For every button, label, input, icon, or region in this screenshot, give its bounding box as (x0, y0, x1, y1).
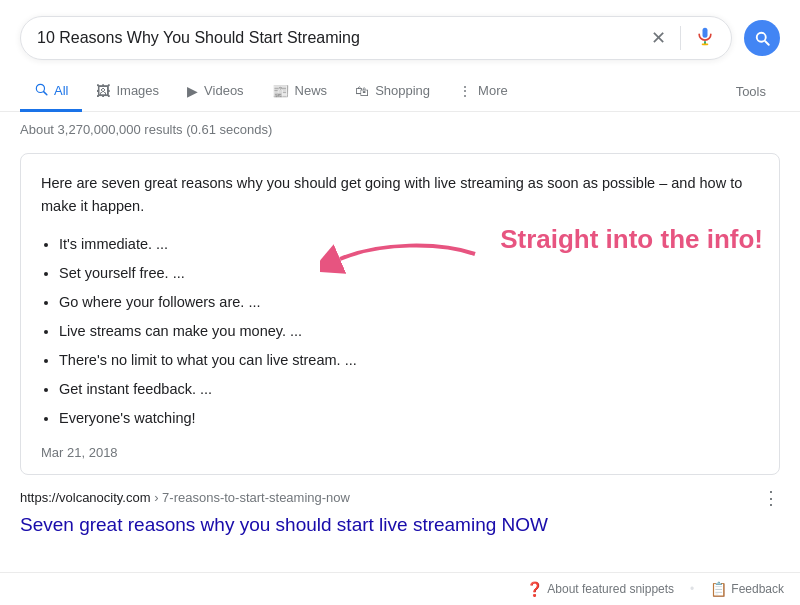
results-area: About 3,270,000,000 results (0.61 second… (0, 112, 800, 560)
featured-snippets-link[interactable]: ❓ About featured snippets (526, 581, 674, 597)
tab-videos-label: Videos (204, 83, 244, 98)
list-item: There's no limit to what you can live st… (59, 346, 759, 375)
feedback-link[interactable]: 📋 Feedback (710, 581, 784, 597)
source-domain: https://volcanocity.com (20, 490, 151, 505)
arrow-icon (320, 234, 480, 284)
tab-news[interactable]: 📰 News (258, 73, 342, 112)
tab-shopping-label: Shopping (375, 83, 430, 98)
videos-icon: ▶ (187, 83, 198, 99)
results-count: About 3,270,000,000 results (0.61 second… (20, 122, 780, 137)
all-icon (34, 82, 48, 99)
source-url: https://volcanocity.com › 7-reasons-to-s… (20, 490, 762, 505)
featured-snippet: Here are seven great reasons why you sho… (20, 153, 780, 475)
tab-images-label: Images (116, 83, 159, 98)
news-icon: 📰 (272, 83, 289, 99)
tab-tools[interactable]: Tools (722, 74, 780, 109)
result-title[interactable]: Seven great reasons why you should start… (20, 513, 780, 538)
annotation-text: Straight into the info! (500, 224, 763, 255)
tab-more-label: More (478, 83, 508, 98)
feedback-icon: 📋 (710, 581, 727, 597)
tab-all[interactable]: All (20, 72, 82, 112)
tab-more[interactable]: ⋮ More (444, 73, 522, 112)
search-query-text: 10 Reasons Why You Should Start Streamin… (37, 29, 651, 47)
bottom-bar: ❓ About featured snippets • 📋 Feedback (0, 572, 800, 605)
snippet-intro: Here are seven great reasons why you sho… (41, 172, 759, 218)
feedback-label: Feedback (731, 582, 784, 596)
help-icon: ❓ (526, 581, 543, 597)
source-path: › 7-reasons-to-start-steaming-now (154, 490, 350, 505)
tab-videos[interactable]: ▶ Videos (173, 73, 258, 112)
tab-news-label: News (295, 83, 328, 98)
search-button[interactable] (744, 20, 780, 56)
search-bar-container: 10 Reasons Why You Should Start Streamin… (0, 0, 800, 72)
images-icon: 🖼 (96, 83, 110, 99)
annotation: Straight into the info! (500, 224, 763, 255)
separator: • (690, 582, 694, 596)
more-icon: ⋮ (458, 83, 472, 99)
list-item: Go where your followers are. ... (59, 288, 759, 317)
tab-shopping[interactable]: 🛍 Shopping (341, 73, 444, 112)
tab-all-label: All (54, 83, 68, 98)
shopping-icon: 🛍 (355, 83, 369, 99)
tab-images[interactable]: 🖼 Images (82, 73, 173, 112)
result-more-options-icon[interactable]: ⋮ (762, 487, 780, 509)
svg-line-2 (44, 92, 47, 95)
list-item: Everyone's watching! (59, 404, 759, 433)
search-bar-icons: ✕ (651, 26, 715, 51)
clear-icon[interactable]: ✕ (651, 27, 666, 49)
microphone-icon[interactable] (695, 26, 715, 51)
featured-snippets-label: About featured snippets (547, 582, 674, 596)
svg-rect-0 (703, 27, 708, 37)
source-url-row: https://volcanocity.com › 7-reasons-to-s… (20, 487, 780, 509)
list-item: Live streams can make you money. ... (59, 317, 759, 346)
list-item: Get instant feedback. ... (59, 375, 759, 404)
search-bar[interactable]: 10 Reasons Why You Should Start Streamin… (20, 16, 732, 60)
snippet-date: Mar 21, 2018 (41, 445, 759, 460)
vertical-divider (680, 26, 681, 50)
search-tabs: All 🖼 Images ▶ Videos 📰 News 🛍 Shopping … (0, 72, 800, 112)
